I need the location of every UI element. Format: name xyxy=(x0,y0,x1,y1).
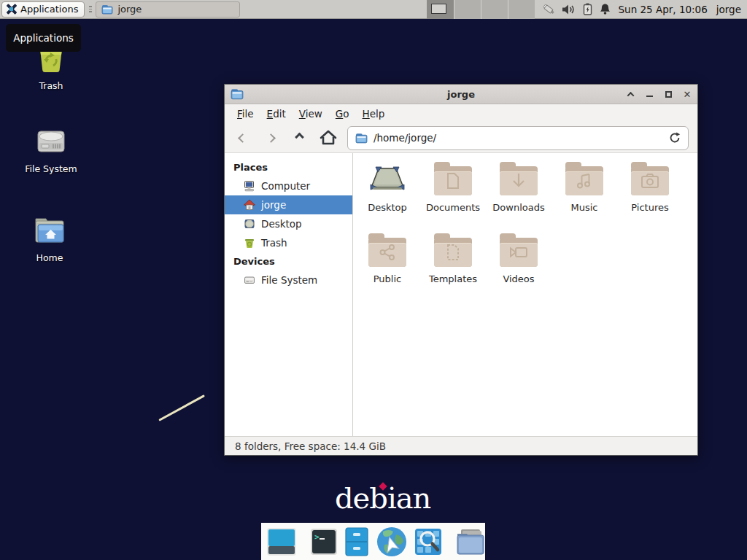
window-titlebar[interactable]: jorge ✕ xyxy=(225,85,697,104)
applications-tooltip-text: Applications xyxy=(13,32,73,44)
applications-menu-label: Applications xyxy=(20,4,78,15)
statusbar-text: 8 folders, Free space: 14.4 GiB xyxy=(235,440,386,452)
clock[interactable]: Sun 25 Apr, 10:06 xyxy=(619,4,708,15)
web-browser-launcher[interactable] xyxy=(376,526,408,558)
desktop-icon-filesystem-label: File System xyxy=(25,163,77,174)
maximize-window-button[interactable] xyxy=(664,90,673,98)
workspace-switcher[interactable] xyxy=(427,0,535,19)
folder-item-public[interactable]: Public xyxy=(355,233,420,305)
document-emblem-icon xyxy=(445,172,461,190)
app-finder-launcher[interactable] xyxy=(414,528,442,556)
reload-icon[interactable] xyxy=(669,132,681,144)
folder-icon xyxy=(434,162,472,195)
minimize-window-button[interactable] xyxy=(645,90,654,98)
folder-item-documents[interactable]: Documents xyxy=(420,162,486,233)
desktop-icon-home[interactable]: Home xyxy=(12,213,88,263)
dock-folder-icon xyxy=(455,528,486,556)
address-folder-icon xyxy=(355,133,368,144)
video-emblem-icon xyxy=(508,245,529,260)
svg-text:>: > xyxy=(314,532,320,542)
panel-handle[interactable] xyxy=(87,3,93,16)
home-icon xyxy=(320,130,337,146)
stylus-tray-icon[interactable] xyxy=(541,3,555,16)
debian-logo: debian xyxy=(335,481,430,515)
folder-item-templates[interactable]: Templates xyxy=(420,233,486,305)
address-path[interactable]: /home/jorge/ xyxy=(374,132,663,144)
desktop-icon-home-label: Home xyxy=(36,252,63,263)
up-button[interactable] xyxy=(286,126,313,149)
workspace-3[interactable] xyxy=(481,0,508,19)
statusbar: 8 folders, Free space: 14.4 GiB xyxy=(225,436,697,455)
music-emblem-icon xyxy=(576,172,593,190)
sidebar-item-jorge[interactable]: jorge xyxy=(225,195,352,214)
folder-icon xyxy=(368,233,406,267)
terminal-icon: > xyxy=(310,528,338,556)
folder-item-label: Videos xyxy=(503,273,534,284)
folder-item-label: Pictures xyxy=(631,202,668,213)
taskbar-window-label: jorge xyxy=(117,4,142,15)
folder-item-label: Documents xyxy=(426,202,480,213)
taskbar-window-button[interactable]: jorge xyxy=(96,1,240,18)
folder-icon xyxy=(500,233,538,267)
top-panel: Applications jorge xyxy=(0,0,747,19)
sidebar-item-trash[interactable]: Trash xyxy=(225,233,352,252)
home-button[interactable] xyxy=(314,126,341,149)
menu-help[interactable]: Help xyxy=(356,105,392,122)
folder-item-label: Downloads xyxy=(492,202,544,213)
app-finder-icon xyxy=(414,528,442,556)
trash-icon xyxy=(244,237,255,249)
sidebar-item-jorge-label: jorge xyxy=(261,199,286,211)
file-view[interactable]: Desktop Documents xyxy=(353,153,697,436)
back-button[interactable] xyxy=(229,126,256,149)
folder-icon xyxy=(101,4,113,15)
sidebar-item-filesystem[interactable]: File System xyxy=(225,271,352,289)
close-window-button[interactable]: ✕ xyxy=(683,90,692,98)
folder-item-label: Templates xyxy=(429,273,477,284)
applications-menu-button[interactable]: Applications xyxy=(1,1,85,18)
menu-view[interactable]: View xyxy=(293,105,329,122)
volume-icon[interactable] xyxy=(562,4,576,15)
shade-window-button[interactable] xyxy=(626,90,635,98)
folder-item-desktop[interactable]: Desktop xyxy=(355,162,420,233)
file-cabinet-icon xyxy=(344,527,369,556)
hard-drive-icon xyxy=(33,124,69,158)
terminal-launcher[interactable]: > xyxy=(310,528,338,556)
workspace-2[interactable] xyxy=(454,0,481,19)
menu-go[interactable]: Go xyxy=(329,105,356,122)
folder-icon xyxy=(565,162,603,195)
workspace-1[interactable] xyxy=(427,0,454,19)
sidebar-item-desktop[interactable]: Desktop xyxy=(225,214,352,233)
globe-browser-icon xyxy=(376,526,408,558)
folder-icon xyxy=(500,162,538,195)
applications-menu-icon xyxy=(6,4,17,15)
battery-icon[interactable] xyxy=(583,3,592,15)
menu-edit[interactable]: Edit xyxy=(260,105,293,122)
address-bar[interactable]: /home/jorge/ xyxy=(347,126,689,150)
desktop-icon-filesystem[interactable]: File System xyxy=(13,124,89,174)
menu-file[interactable]: File xyxy=(231,105,260,122)
folder-launcher[interactable] xyxy=(455,528,486,556)
desktop-line-artifact xyxy=(158,394,205,421)
forward-button[interactable] xyxy=(258,126,285,149)
folder-item-pictures[interactable]: Pictures xyxy=(617,162,683,233)
folder-item-downloads[interactable]: Downloads xyxy=(486,162,551,233)
folder-item-music[interactable]: Music xyxy=(551,162,617,233)
sidebar-item-computer[interactable]: Computer xyxy=(225,176,352,195)
home-folder-icon xyxy=(31,213,68,246)
template-emblem-icon xyxy=(445,244,461,261)
sidebar-devices-header: Devices xyxy=(225,252,352,271)
menubar: File Edit View Go Help xyxy=(225,104,697,123)
notifications-bell-icon[interactable] xyxy=(599,3,611,15)
file-manager-launcher[interactable] xyxy=(344,527,369,556)
folder-item-label: Public xyxy=(374,273,401,284)
share-emblem-icon xyxy=(379,244,396,261)
folder-icon xyxy=(631,162,669,195)
show-desktop-icon xyxy=(266,527,297,556)
workspace-4[interactable] xyxy=(508,0,535,19)
home-icon xyxy=(244,199,255,211)
username-label[interactable]: jorge xyxy=(716,4,741,15)
show-desktop-button[interactable] xyxy=(266,527,297,556)
folder-item-videos[interactable]: Videos xyxy=(486,233,551,305)
download-emblem-icon xyxy=(511,172,527,190)
applications-tooltip: Applications xyxy=(6,24,81,52)
